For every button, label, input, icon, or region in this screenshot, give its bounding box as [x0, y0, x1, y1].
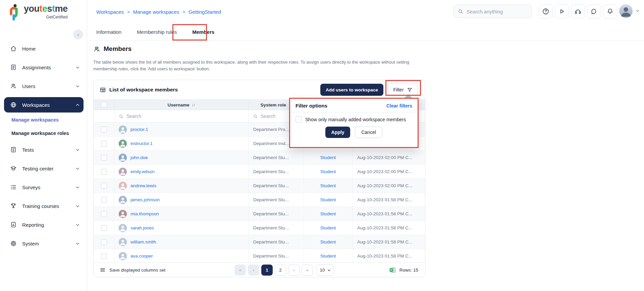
avatar	[118, 181, 127, 190]
row-checkbox[interactable]	[101, 155, 107, 161]
chevron-down-icon	[75, 204, 80, 209]
row-checkbox[interactable]	[101, 127, 107, 133]
sidebar-item-testing-center[interactable]: Testing center	[4, 161, 84, 176]
excel-export-icon[interactable]	[389, 267, 396, 274]
username-link[interactable]: andrew.lewis	[130, 183, 156, 188]
sidebar-item-training-courses[interactable]: Training courses	[4, 198, 84, 214]
username-link[interactable]: proctor.1	[130, 127, 148, 132]
tutorials-button[interactable]	[555, 4, 569, 18]
table-row: william.smith Department Stu... Student …	[94, 235, 425, 249]
avatar	[118, 167, 127, 176]
sidebar-subitem-manage-workspace-roles[interactable]: Manage workspace roles	[4, 127, 84, 140]
members-icon	[93, 46, 100, 53]
brand-logo-icon	[9, 4, 21, 21]
row-checkbox[interactable]	[101, 169, 107, 175]
row-checkbox[interactable]	[101, 253, 107, 259]
sidebar-item-label: Workspaces	[22, 102, 50, 108]
system-role-cell: Department Stu...	[249, 165, 304, 179]
filter-button[interactable]: Filter	[388, 84, 418, 96]
workspace-role-link[interactable]: Student	[320, 225, 336, 230]
add-users-to-workspace-button[interactable]: Add users to workspace	[320, 84, 383, 96]
sidebar-item-reporting[interactable]: Reporting	[4, 217, 84, 232]
date-cell: Aug-10-2023 01:58 PM C...	[353, 221, 425, 235]
row-checkbox[interactable]	[101, 197, 107, 203]
row-checkbox[interactable]	[101, 183, 107, 189]
username-link[interactable]: john.doe	[130, 155, 148, 160]
page-title: Members	[93, 45, 131, 53]
global-search-input[interactable]	[467, 9, 528, 14]
clear-filters-link[interactable]: Clear filters	[386, 103, 412, 108]
notifications-button[interactable]	[603, 4, 617, 18]
username-search-input[interactable]	[126, 114, 244, 119]
save-displayed-columns-button[interactable]: Save displayed columns set	[100, 267, 165, 273]
username-link[interactable]: ava.cooper	[130, 253, 153, 259]
workspace-role-link[interactable]: Student	[320, 211, 336, 216]
avatar	[118, 196, 127, 204]
tab-members[interactable]: Members	[192, 29, 214, 35]
sidebar-item-surveys[interactable]: Surveys	[4, 179, 84, 195]
user-menu-chevron-icon[interactable]	[635, 8, 640, 13]
cancel-button[interactable]: Cancel	[355, 127, 382, 138]
assignments-icon	[10, 64, 17, 71]
chevron-down-icon	[75, 222, 80, 227]
table-row: emily.wilson Department Stu... Student A…	[94, 165, 425, 179]
manually-added-checkbox[interactable]	[296, 116, 302, 123]
workspace-role-link[interactable]: Student	[320, 169, 336, 174]
date-cell: Aug-10-2023 02:00 PM C...	[353, 165, 425, 179]
breadcrumb-gettingstarted[interactable]: GettingStarted	[189, 9, 221, 15]
chat-icon	[590, 8, 598, 15]
workspace-role-link[interactable]: Student	[320, 253, 336, 259]
row-checkbox[interactable]	[101, 225, 107, 231]
username-link[interactable]: mia.thompson	[130, 211, 159, 216]
sidebar-item-tests[interactable]: Tests	[4, 142, 84, 157]
workspace-role-link[interactable]: Student	[320, 155, 336, 160]
breadcrumb: Workspaces > Manage workspaces > Getting…	[96, 0, 221, 23]
tab-membership-rules[interactable]: Membership rules	[137, 29, 177, 35]
workspace-role-link[interactable]: Student	[320, 239, 336, 244]
column-header-username[interactable]: Username↓↑	[114, 99, 249, 110]
select-all-checkbox[interactable]	[101, 102, 107, 108]
row-checkbox[interactable]	[101, 239, 107, 245]
sidebar-item-assignments[interactable]: Assignments	[4, 60, 84, 75]
pagination-last-button[interactable]: »	[302, 265, 313, 276]
sidebar-collapse-button[interactable]: «	[73, 29, 83, 40]
workspace-role-link[interactable]: Student	[320, 197, 336, 202]
username-link[interactable]: james.johnson	[130, 197, 160, 202]
workspace-role-link[interactable]: Student	[320, 183, 336, 188]
brand-name: youtestme GetCertified	[24, 4, 68, 19]
sidebar-subitem-manage-workspaces[interactable]: Manage workspaces	[4, 113, 84, 127]
user-avatar[interactable]	[619, 4, 633, 18]
breadcrumb-workspaces[interactable]: Workspaces	[96, 9, 124, 15]
table-footer: Save displayed columns set « ‹ 1 2 › » 1…	[94, 263, 425, 277]
sidebar-item-label: Tests	[22, 147, 34, 153]
sidebar-item-system[interactable]: System	[4, 236, 84, 251]
chevron-down-icon	[75, 241, 80, 246]
messages-button[interactable]	[587, 4, 601, 18]
username-link[interactable]: william.smith	[130, 239, 156, 244]
pagination-page-2[interactable]: 2	[275, 265, 286, 276]
pagination-next-button[interactable]: ›	[288, 265, 300, 276]
username-link[interactable]: sarah.jones	[130, 225, 154, 230]
sidebar-item-users[interactable]: Users	[4, 78, 84, 94]
sidebar-item-workspaces[interactable]: Workspaces	[4, 97, 84, 113]
username-link[interactable]: instructor.1	[130, 141, 153, 146]
popup-header: Filter options Clear filters	[290, 99, 418, 113]
graduation-cap-icon	[10, 165, 17, 172]
pagination-first-button[interactable]: «	[234, 265, 246, 276]
sidebar-item-home[interactable]: Home	[4, 41, 84, 56]
help-button[interactable]	[539, 4, 553, 18]
chevron-down-icon	[75, 185, 80, 190]
avatar	[118, 224, 127, 232]
apply-button[interactable]: Apply	[325, 127, 350, 138]
pagination-prev-button[interactable]: ‹	[248, 265, 259, 276]
row-checkbox[interactable]	[101, 211, 107, 217]
page-size-select[interactable]: 10	[317, 265, 334, 276]
tab-information[interactable]: Information	[96, 29, 121, 35]
sort-icon[interactable]: ↓↑	[192, 103, 195, 107]
support-button[interactable]	[571, 4, 585, 18]
breadcrumb-manage-workspaces[interactable]: Manage workspaces	[133, 9, 179, 15]
row-checkbox[interactable]	[101, 141, 107, 147]
pagination-page-1[interactable]: 1	[261, 265, 273, 276]
filter-checkbox-row: Show only manually added workspace membe…	[290, 113, 418, 126]
username-link[interactable]: emily.wilson	[130, 169, 155, 174]
